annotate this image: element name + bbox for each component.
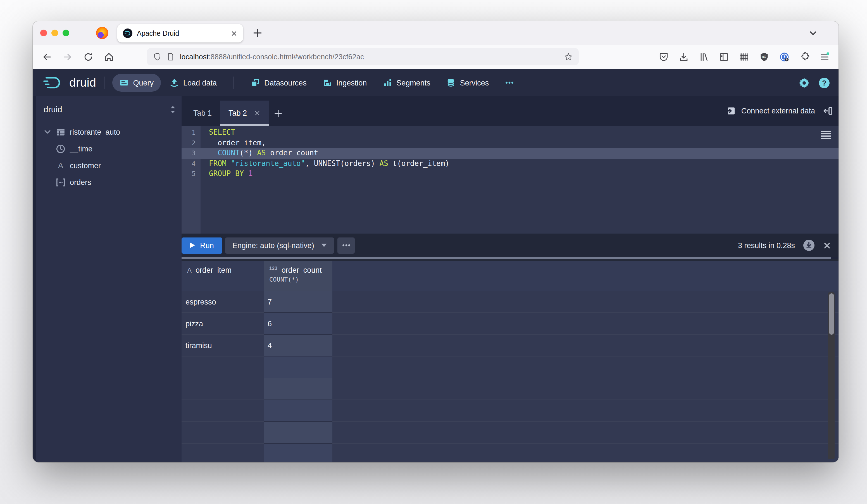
tree-item-ristorante_auto[interactable]: ristorante_auto xyxy=(44,124,176,140)
nav-item-segments[interactable]: Segments xyxy=(376,74,438,92)
column-name: Aorder_item xyxy=(187,266,264,274)
sidebar-toggle-icon[interactable] xyxy=(719,52,729,62)
plus-icon xyxy=(274,109,282,117)
nav-item-more[interactable] xyxy=(498,74,521,92)
workbench-tab-tab-1[interactable]: Tab 1 xyxy=(185,100,220,126)
results-scrollbar-thumb[interactable] xyxy=(829,293,834,335)
column-header-order_item[interactable]: Aorder_item xyxy=(182,261,264,291)
results-body: espresso7pizza6tiramisu4 xyxy=(182,291,838,462)
console-navbar: druid QueryLoad dataDatasourcesIngestion… xyxy=(33,69,838,96)
tab-close-icon[interactable] xyxy=(231,30,237,36)
cell-filler xyxy=(332,335,838,356)
engine-select[interactable]: Engine: auto (sql-native) xyxy=(225,237,334,254)
nav-item-label: Services xyxy=(460,78,489,87)
table-row: tiramisu4 xyxy=(182,335,838,356)
downloads-icon[interactable] xyxy=(679,52,689,62)
back-icon[interactable] xyxy=(42,52,52,62)
new-tab-button[interactable] xyxy=(251,27,264,39)
number-type-icon: 123 xyxy=(269,268,278,273)
forward-icon[interactable] xyxy=(63,52,73,62)
run-button[interactable]: Run xyxy=(182,237,222,254)
cell-order-count[interactable]: 7 xyxy=(264,291,332,313)
line-number: 3 xyxy=(182,148,201,158)
pocket-icon[interactable] xyxy=(659,52,669,62)
cell-order-item[interactable]: pizza xyxy=(182,313,264,335)
cell-order-count xyxy=(264,356,332,378)
cell-order-item xyxy=(182,356,264,378)
cell-order-item xyxy=(182,378,264,400)
tree-item-time[interactable]: __time xyxy=(44,140,176,157)
page-info-icon[interactable] xyxy=(167,53,175,61)
chevron-down-icon xyxy=(44,128,51,136)
clock-icon xyxy=(56,144,65,153)
nav-item-ingestion[interactable]: Ingestion xyxy=(315,74,374,92)
add-tab-button[interactable] xyxy=(269,100,288,126)
home-icon[interactable] xyxy=(104,52,114,62)
cell-order-item[interactable]: espresso xyxy=(182,291,264,313)
run-bar: Run Engine: auto (sql-native) 3 results … xyxy=(182,234,838,257)
browser-tab[interactable]: Apache Druid xyxy=(117,24,243,42)
app-menu-icon[interactable] xyxy=(820,52,829,62)
window-minimize-button[interactable] xyxy=(51,30,58,36)
workbench-main: Tab 1Tab 2 Connect external data xyxy=(182,96,838,462)
nav-item-datasources[interactable]: Datasources xyxy=(244,74,314,92)
browser-tab-strip: Apache Druid xyxy=(33,21,838,45)
druid-brand[interactable]: druid xyxy=(42,75,96,90)
table-row-empty xyxy=(182,400,838,422)
code-line: FROM "ristorante_auto", UNNEST(orders) A… xyxy=(209,158,838,169)
druid-favicon xyxy=(123,29,132,38)
sort-icon[interactable] xyxy=(170,105,176,113)
reload-icon[interactable] xyxy=(83,52,93,62)
cell-filler xyxy=(332,378,838,400)
editor-code[interactable]: SELECT order_item, COUNT(*) AS order_cou… xyxy=(201,126,838,234)
nav-item-load-data[interactable]: Load data xyxy=(162,74,224,92)
nav-item-services[interactable]: Services xyxy=(439,74,496,92)
window-zoom-button[interactable] xyxy=(63,30,69,36)
close-results-icon[interactable] xyxy=(823,241,831,249)
results-scrollbar[interactable] xyxy=(828,292,835,459)
library-icon[interactable] xyxy=(699,52,709,62)
url-text: localhost:8888/unified-console.html#work… xyxy=(180,53,559,61)
workbench-tab-close-icon[interactable] xyxy=(254,110,260,116)
cell-order-count[interactable]: 6 xyxy=(264,313,332,335)
editor-menu-icon[interactable] xyxy=(821,131,831,139)
open-side-panel-button[interactable] xyxy=(823,96,833,126)
play-icon xyxy=(190,243,195,248)
cell-filler xyxy=(332,356,838,378)
containers-icon[interactable] xyxy=(739,52,749,62)
tree-item-orders[interactable]: orders xyxy=(44,174,176,191)
extensions-puzzle-icon[interactable] xyxy=(800,52,810,62)
schema-header: druid xyxy=(44,105,176,114)
connect-external-data-button[interactable]: Connect external data xyxy=(726,96,815,126)
tree-item-customer[interactable]: Acustomer xyxy=(44,157,176,174)
cell-order-item xyxy=(182,422,264,444)
help-icon[interactable]: ? xyxy=(819,77,829,88)
cell-order-count xyxy=(264,422,332,444)
query-more-button[interactable] xyxy=(338,237,355,254)
nav-item-label: Ingestion xyxy=(336,78,367,87)
schema-sidebar: druid ristorante_auto__timeAcustomerorde… xyxy=(36,96,182,462)
nav-item-query[interactable]: Query xyxy=(112,74,161,92)
cell-order-item[interactable]: tiramisu xyxy=(182,335,264,356)
cell-filler xyxy=(332,291,838,313)
window-close-button[interactable] xyxy=(40,30,47,36)
traffic-lights xyxy=(40,30,69,36)
gear-icon[interactable] xyxy=(799,77,810,88)
druid-logo-icon xyxy=(42,75,64,90)
workbench-tab-bar: Tab 1Tab 2 Connect external data xyxy=(182,96,838,126)
cell-filler xyxy=(332,400,838,422)
cell-order-count[interactable]: 4 xyxy=(264,335,332,356)
open-panel-icon xyxy=(823,106,833,116)
column-header-order_count[interactable]: 123order_countCOUNT(*) xyxy=(264,261,332,291)
url-bar[interactable]: localhost:8888/unified-console.html#work… xyxy=(147,48,579,65)
bookmark-star-icon[interactable] xyxy=(564,53,572,61)
sql-editor[interactable]: 12345 SELECT order_item, COUNT(*) AS ord… xyxy=(182,126,838,234)
onepassword-icon[interactable] xyxy=(779,52,789,62)
ublock-icon[interactable]: uO xyxy=(759,52,769,62)
download-results-icon[interactable] xyxy=(803,240,814,251)
shield-icon[interactable] xyxy=(153,53,161,61)
line-number: 4 xyxy=(182,158,201,169)
workbench-tab-tab-2[interactable]: Tab 2 xyxy=(220,100,269,126)
tab-overflow-chevron-icon[interactable] xyxy=(809,29,817,37)
results-gap xyxy=(182,259,838,261)
